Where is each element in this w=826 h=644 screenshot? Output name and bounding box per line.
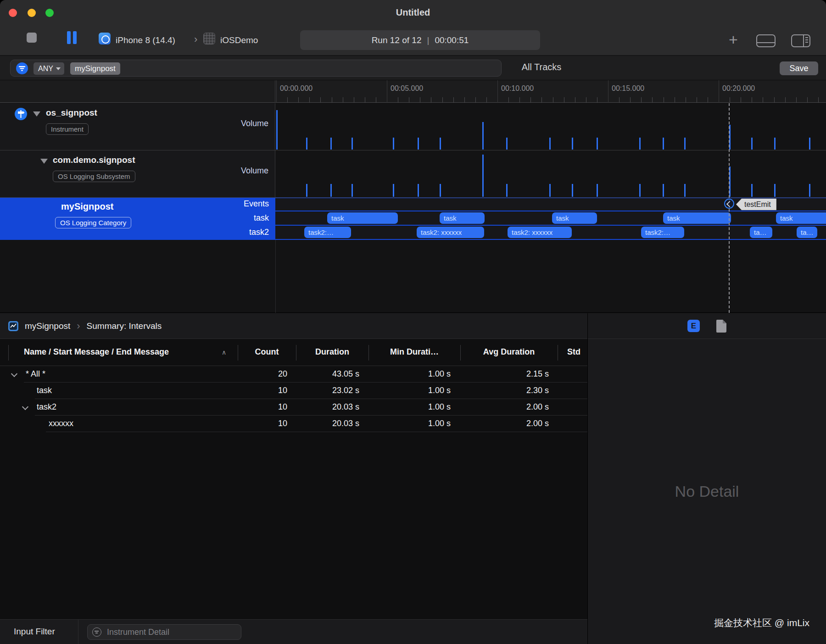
table-row[interactable]: * All *2043.05 s1.00 s2.15 s (0, 366, 587, 383)
interval-bar[interactable]: task2:… (641, 227, 684, 238)
timeline-ruler[interactable]: 00:00.00000:05.00000:10.00000:15.00000:2… (275, 80, 826, 103)
extended-detail-icon[interactable]: E (687, 320, 700, 332)
track-row-com-demo-signpost[interactable]: com.demo.signpost OS Logging Subsystem V… (0, 150, 826, 198)
interval-bar[interactable]: task2: xxxxxx (508, 227, 572, 238)
column-header-count[interactable]: Count (238, 347, 296, 357)
match-mode-dropdown[interactable]: ANY (33, 62, 64, 75)
track-filter-field[interactable]: ANY mySignpost (10, 60, 502, 77)
ruler-tick (586, 97, 586, 103)
ruler-tick (508, 97, 509, 103)
table-row[interactable]: task1023.02 s1.00 s2.30 s (0, 383, 587, 399)
column-header-name[interactable]: Name / Start Message / End Message (24, 347, 169, 357)
ruler-tick (431, 97, 431, 103)
inspector-panel: E No Detail 掘金技术社区 @ imLix (587, 313, 826, 644)
device-icon[interactable] (99, 33, 111, 44)
volume-spike (393, 138, 394, 150)
app-name[interactable]: iOSDemo (220, 35, 258, 45)
lane-label-task2: task2 (249, 228, 269, 237)
row-disclosure-icon[interactable] (11, 371, 17, 377)
volume-spike (352, 138, 353, 150)
lane-task[interactable]: tasktasktasktasktask (275, 211, 826, 225)
lane-task2[interactable]: task2:…task2: xxxxxxtask2: xxxxxxtask2:…… (275, 226, 826, 239)
row-disclosure-icon[interactable] (22, 404, 28, 410)
track-row-mysignpost-selected[interactable]: mySignpost OS Logging Category Events ta… (0, 198, 826, 240)
sort-ascending-icon[interactable]: ∧ (222, 349, 226, 356)
interval-bar[interactable]: task (552, 212, 597, 224)
lane-events[interactable]: testEmit (275, 198, 826, 211)
interval-bar[interactable]: task (776, 212, 826, 224)
ruler-tick (818, 97, 819, 103)
volume-spike (663, 184, 664, 197)
toolbar: iPhone 8 (14.4) › iOSDemo Run 12 of 12 |… (0, 25, 826, 56)
interval-bar[interactable]: task2:… (304, 227, 351, 238)
ruler-tick (287, 97, 288, 103)
pause-icon[interactable] (67, 31, 77, 44)
breadcrumb-item-summary[interactable]: Summary: Intervals (87, 321, 162, 331)
volume-spike (506, 138, 508, 150)
table-rows: * All *2043.05 s1.00 s2.15 stask1023.02 … (0, 366, 587, 432)
filter-token[interactable]: mySignpost (70, 62, 120, 75)
track-header[interactable]: os_signpost Instrument Volume (0, 103, 275, 150)
plus-icon[interactable]: + (725, 31, 742, 49)
row-value: 20.03 s (296, 402, 359, 412)
table-row[interactable]: task21020.03 s1.00 s2.00 s (0, 399, 587, 416)
track-header[interactable]: mySignpost OS Logging Category Events ta… (0, 198, 275, 240)
lane-label-volume: Volume (241, 166, 268, 176)
chevron-right-icon: › (194, 33, 197, 45)
disclosure-triangle-icon[interactable] (40, 159, 48, 164)
stop-icon[interactable] (27, 33, 37, 43)
ruler-tick (365, 97, 365, 103)
device-name[interactable]: iPhone 8 (14.4) (116, 35, 175, 45)
event-flag[interactable]: testEmit (736, 199, 776, 210)
ruler-tick (475, 97, 476, 103)
volume-spike (572, 184, 573, 197)
interval-bar[interactable]: task (327, 212, 398, 224)
interval-bar[interactable]: ta… (750, 227, 772, 238)
bottom-panel-icon[interactable] (756, 34, 776, 47)
interval-bar[interactable]: ta… (797, 227, 817, 238)
row-value: 23.02 s (296, 386, 359, 395)
ruler-gridline (387, 80, 387, 103)
column-header-std[interactable]: Std (567, 347, 580, 357)
ruler-tick (376, 97, 376, 103)
interval-bar[interactable]: task2: xxxxxx (417, 227, 484, 238)
ruler-gridline (497, 80, 498, 103)
event-marker-icon[interactable] (724, 199, 734, 209)
save-button[interactable]: Save (780, 61, 818, 75)
interval-bar[interactable]: task (440, 212, 485, 224)
ruler-tick (442, 97, 443, 103)
interval-bar[interactable]: task (663, 212, 731, 224)
track-title: os_signpost (46, 108, 97, 118)
volume-spike (330, 138, 332, 150)
volume-spike (751, 184, 753, 197)
volume-spike (306, 138, 307, 150)
ruler-tick (785, 97, 786, 103)
disclosure-triangle-icon[interactable] (33, 111, 40, 117)
track-area: os_signpost Instrument Volume com.demo.s… (0, 103, 826, 313)
right-panel-icon[interactable] (791, 34, 810, 47)
ruler-tick (519, 97, 520, 103)
table-row[interactable]: xxxxxx1020.03 s1.00 s2.00 s (0, 416, 587, 432)
app-icon[interactable] (203, 33, 215, 44)
table-header: Name / Start Message / End Message ∧ Cou… (0, 339, 587, 366)
track-body-1[interactable] (275, 150, 826, 197)
track-badge: OS Logging Subsystem (53, 171, 135, 182)
breadcrumb: mySignpost › Summary: Intervals (0, 313, 587, 339)
detail-filter-field[interactable] (87, 624, 241, 640)
track-body-selected[interactable]: testEmit tasktasktasktasktask task2:…tas… (275, 198, 826, 240)
track-body-0[interactable] (275, 103, 826, 150)
column-header-duration[interactable]: Duration (296, 347, 368, 357)
breadcrumb-item-instrument[interactable]: mySignpost (25, 321, 70, 331)
volume-spike (597, 184, 598, 197)
inspector-header: E (588, 313, 826, 339)
column-header-avg-duration[interactable]: Avg Duration (460, 347, 558, 357)
ruler-tick (686, 97, 686, 103)
column-divider[interactable] (558, 345, 558, 361)
track-row-os-signpost[interactable]: os_signpost Instrument Volume (0, 103, 826, 150)
volume-spike (597, 138, 598, 150)
document-icon[interactable] (716, 320, 726, 333)
volume-spike (418, 184, 419, 197)
column-header-min-duration[interactable]: Min Durati… (368, 347, 460, 357)
track-header[interactable]: com.demo.signpost OS Logging Subsystem V… (0, 150, 275, 197)
detail-filter-input[interactable] (107, 626, 235, 638)
